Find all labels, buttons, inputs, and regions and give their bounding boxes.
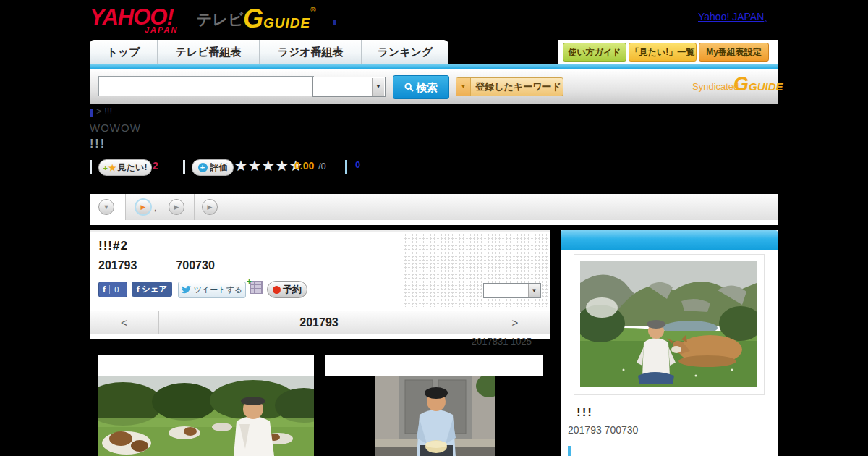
related-episode-card [326,355,543,456]
rate-button-label: 評価 [210,161,228,174]
mitai-button[interactable]: + ★ 見たい! [98,159,152,176]
episode-select[interactable]: ▼ [483,283,541,298]
twitter-bird-icon [182,286,192,294]
episode-panel: !!!#2 201793700730 f 0 f シェア ツイートする + 予約… [90,230,550,339]
tab-tv-listings[interactable]: テレビ番組表 [158,40,260,64]
episode-codes: 201793700730 [98,259,215,272]
gguide-small-logo: GGUIDE [733,75,783,94]
episode-toolbar: ▼ ▶ , ▶ ▶ [90,194,778,220]
facebook-icon: f [99,284,109,295]
program-title: !!! [90,138,106,151]
toolbar-divider [125,194,126,220]
mitai-count: 2 [153,160,158,172]
chevron-down-icon: ▼ [372,78,384,96]
decorative-dot [333,20,336,25]
yahoo-logo[interactable]: YAHOO! JAPAN [90,4,174,30]
tweet-button-label: ツイートする [194,284,242,295]
divider-bar [183,160,185,174]
gguide-wordmark: GUIDE [263,15,310,30]
tab-ranking[interactable]: ランキング [362,40,448,64]
accent-divider-bar [90,64,778,69]
photo-wrap [375,376,495,456]
episode-code-1: 201793 [98,259,137,271]
section-accent-bar [568,446,571,456]
toolbar-note: , [154,203,156,212]
play-button[interactable]: ▶ [202,199,218,215]
registered-keywords-button[interactable]: ▼ 登録したキーワード [456,77,563,96]
tab-radio-listings[interactable]: ラジオ番組表 [260,40,362,64]
search-icon [404,83,414,92]
search-button-label: 検索 [416,81,438,93]
facebook-like-button[interactable]: f 0 [98,282,127,297]
main-nav: トップ テレビ番組表 ラジオ番組表 ランキング [90,40,448,64]
facebook-share-label: シェア [142,284,167,295]
episode-title: !!!#2 [98,239,128,253]
rating-score: 0.00 [294,160,314,172]
toolbar-base-strip [90,220,778,225]
search-bar: ▼ 検索 ▼ 登録したキーワード Syndicated GGUIDE [90,69,778,104]
iepg-record-button[interactable]: + [250,281,263,294]
rating-total: /0 [318,161,326,172]
pager-label: 201793 [158,311,480,334]
featured-photo-mountain-cow [580,261,757,387]
featured-panel-header [561,230,778,250]
search-input[interactable] [98,76,314,96]
mitai-button-label: 見たい! [118,161,148,174]
related-episode-card [98,355,314,456]
gguide-g-mark: G [243,4,263,33]
yahoo-japan-text: JAPAN [145,25,178,34]
reserve-button-label: 予約 [283,283,302,296]
toolbar-divider [194,194,195,220]
plus-icon: + [103,164,108,172]
mitai-list-button[interactable]: 「見たい!」一覧 [629,43,697,62]
episode-code-2: 700730 [176,259,214,271]
my-listings-settings-button[interactable]: My番組表設定 [699,43,769,62]
episode-photo-field-cows[interactable] [98,376,314,456]
plus-icon: + [198,163,208,172]
yahoo-japan-link[interactable]: Yahoo! JAPAN [698,11,764,22]
rating-stars: ★★★★★ [234,157,303,174]
registered-mark: ® [310,6,315,14]
search-category-select[interactable]: ▼ [312,77,386,97]
page: YAHOO! JAPAN テレビ GGUIDE® Yahoo! JAPAN、 ト… [0,0,868,456]
plus-icon: + [247,276,252,287]
breadcrumb-link-stub[interactable] [90,109,93,117]
syndicated-label: Syndicated [692,81,739,92]
featured-program-title: !!! [576,405,593,420]
usage-guide-button[interactable]: 使い方ガイド [563,43,626,62]
featured-program-codes: 201793 700730 [568,424,638,436]
play-button[interactable]: ▶ [169,199,184,215]
tv-service-label: テレビ [197,9,243,30]
toolbar-divider [161,194,161,220]
record-dot-icon [273,286,281,294]
registered-keywords-label: 登録したキーワード [474,78,563,96]
card-header [98,355,314,376]
facebook-icon: f [137,284,142,295]
search-button[interactable]: 検索 [393,75,449,99]
rate-button[interactable]: + 評価 [192,159,234,176]
pager-next-button[interactable]: > [480,311,550,334]
gguide-g-mark: G [733,73,749,95]
reserve-button[interactable]: 予約 [267,281,307,298]
gguide-logo: GGUIDE® [243,6,316,32]
review-count-link[interactable]: 0 [355,159,360,170]
nav-utility-area: 使い方ガイド 「見たい!」一覧 My番組表設定 [558,40,778,64]
episode-photo-cheese-maker[interactable] [375,376,495,456]
channel-name: WOWOW [90,122,141,134]
star-icon: ★ [109,163,116,173]
chevron-down-icon: ▼ [456,78,471,96]
broadcast-datetime: 2017831 1025 [387,336,532,347]
tweet-button[interactable]: ツイートする [178,282,246,298]
featured-photo-frame[interactable] [574,254,765,395]
featured-program-panel: !!! 201793 700730 [561,230,778,456]
pager-prev-button[interactable]: < [90,311,158,334]
tab-top[interactable]: トップ [90,40,158,64]
play-button-active[interactable]: ▶ [135,198,152,216]
divider-bar [345,160,347,174]
facebook-share-button[interactable]: f シェア [132,282,172,297]
portal-link-wrap: Yahoo! JAPAN、 [698,10,773,24]
collapse-button[interactable]: ▼ [98,199,114,215]
portal-comma: 、 [764,12,773,22]
facebook-like-count: 0 [110,285,123,294]
chevron-down-icon: ▼ [528,284,540,297]
